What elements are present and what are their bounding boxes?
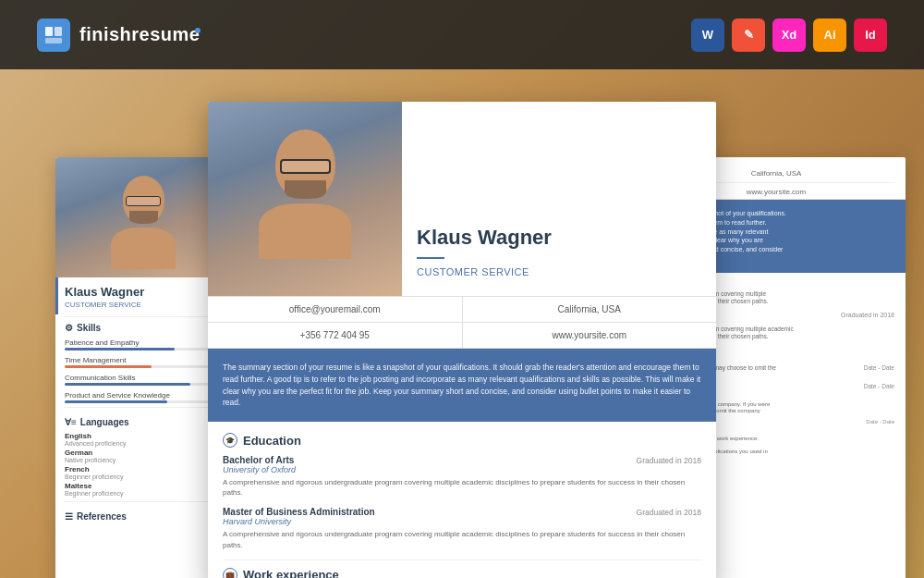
person-head <box>275 129 335 199</box>
mini-skills-title-left: ⚙ Skills <box>55 317 231 337</box>
resumes-area: Klaus Wagner Customer service ⚙ Skills P… <box>0 69 924 578</box>
edu-entry-1: Bachelor of Arts Graduated in 2018 Unive… <box>223 455 701 498</box>
contact-row-2: +356 772 404 95 www.yoursite.com <box>208 323 716 348</box>
resume-title: Customer service <box>417 266 552 277</box>
svg-rect-0 <box>45 27 53 36</box>
logo-icon <box>37 18 70 52</box>
logo-text: finishresume <box>79 24 200 45</box>
resume-header: Klaus Wagner Customer service <box>208 102 716 296</box>
logo: finishresume <box>37 18 201 52</box>
contact-phone: +356 772 404 95 <box>208 323 463 348</box>
mini-resume-left: Klaus Wagner Customer service ⚙ Skills P… <box>55 157 231 578</box>
person-body <box>259 203 351 259</box>
mini-lang-french: French <box>65 465 222 473</box>
edu-header-2: Master of Business Administration Gradua… <box>223 507 701 517</box>
resume-content: 🎓 Education Bachelor of Arts Graduated i… <box>208 422 716 578</box>
contact-email: office@youremail.com <box>208 297 463 322</box>
education-title: 🎓 Education <box>223 433 701 448</box>
edu-school-1: University of Oxford <box>223 465 701 474</box>
person-glasses <box>280 159 331 174</box>
mini-person-head-left <box>123 176 164 224</box>
mini-lang-english-level: Advanced proficiency <box>65 440 222 447</box>
contact-bar: office@youremail.com California, USA +35… <box>208 296 716 349</box>
person-beard <box>285 180 326 199</box>
top-bar: finishresume W ✎ Xd Ai Id <box>0 0 924 69</box>
contact-website: www.yoursite.com <box>463 323 717 348</box>
edu-desc-2: A comprehensive and rigorous undergradua… <box>223 529 701 549</box>
section-divider-1 <box>223 560 701 560</box>
mini-skills-left: Patience and Empathy Time Management Com… <box>55 337 231 403</box>
edu-year-1: Graduated in 2018 <box>637 456 701 465</box>
stripe-accent-left <box>55 277 58 314</box>
edu-degree-2: Master of Business Administration <box>223 507 375 517</box>
summary-text: The summary section of your resume is li… <box>223 362 701 409</box>
mini-lang-maltese-level: Beginner proficiency <box>65 490 222 497</box>
work-title: 💼 Work experience <box>223 568 701 578</box>
resume-divider <box>417 257 444 259</box>
mini-skill-1: Patience and Empathy <box>55 337 231 348</box>
resume-photo <box>208 102 402 296</box>
mini-lang-german-level: Native proficiency <box>65 457 222 463</box>
mini-title-left: Customer service <box>55 301 231 316</box>
mini-lang-maltese: Maltese <box>65 482 222 490</box>
mini-photo-left <box>55 157 231 277</box>
contact-location: California, USA <box>463 297 717 322</box>
ai-icon[interactable]: Ai <box>813 18 846 52</box>
resume-name: Klaus Wagner <box>417 226 552 250</box>
edu-degree-1: Bachelor of Arts <box>223 455 294 465</box>
mini-languages-left: English Advanced proficiency German Nati… <box>55 431 231 498</box>
mini-skill-4: Product and Service Knowledge <box>55 389 231 400</box>
resume-photo-img <box>208 102 402 296</box>
mini-skill-3: Communication Skills <box>55 372 231 383</box>
svg-rect-2 <box>45 38 62 43</box>
education-icon: 🎓 <box>223 433 237 448</box>
svg-rect-1 <box>55 27 62 36</box>
mini-lang-english: English <box>65 432 222 440</box>
word-icon[interactable]: W <box>691 18 724 52</box>
top-icons: W ✎ Xd Ai Id <box>691 18 887 52</box>
mini-languages-title-left: ∀≡ Languages <box>55 412 231 431</box>
logo-dot <box>195 28 201 33</box>
contact-row-1: office@youremail.com California, USA <box>208 297 716 323</box>
edu-entry-2: Master of Business Administration Gradua… <box>223 507 701 549</box>
edu-header-1: Bachelor of Arts Graduated in 2018 <box>223 455 701 465</box>
summary-box: The summary section of your resume is li… <box>208 349 716 422</box>
edu-year-2: Graduated in 2018 <box>637 508 701 517</box>
mini-skill-2: Time Management <box>55 354 231 365</box>
id-icon[interactable]: Id <box>854 18 887 52</box>
xd-icon[interactable]: Xd <box>772 18 806 52</box>
resume-name-section: Klaus Wagner Customer service <box>402 102 566 296</box>
mini-name-left: Klaus Wagner <box>55 277 231 301</box>
work-icon: 💼 <box>223 568 237 578</box>
edu-desc-1: A comprehensive and rigorous undergradua… <box>223 477 701 498</box>
mini-lang-german: German <box>65 449 222 457</box>
mini-lang-french-level: Beginner proficiency <box>65 473 222 480</box>
edu-school-2: Harvard University <box>223 517 701 526</box>
mini-references-title-left: ☰ References <box>55 506 231 525</box>
resume-main: Klaus Wagner Customer service office@you… <box>208 102 716 578</box>
pages-icon[interactable]: ✎ <box>732 18 765 52</box>
mini-person-body-left <box>111 228 176 269</box>
